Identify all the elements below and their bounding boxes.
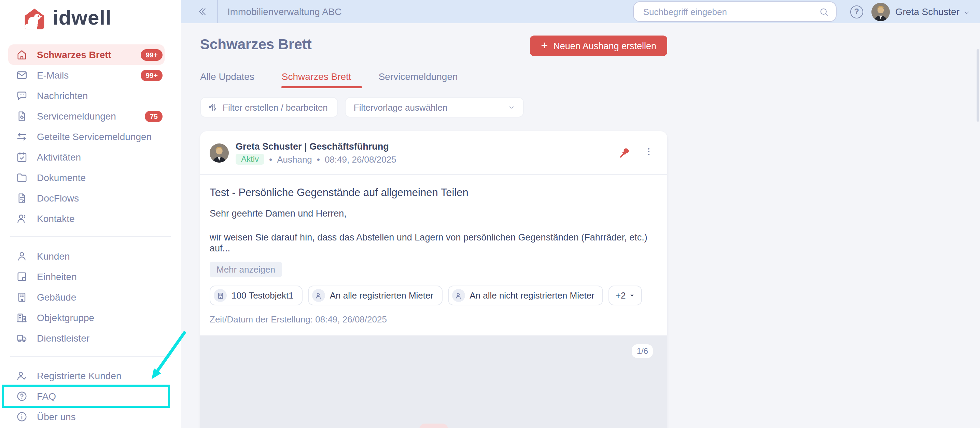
sidebar-item-label: Kunden — [37, 251, 70, 262]
author-avatar — [210, 143, 229, 162]
notification-badge: 99+ — [141, 49, 162, 60]
pdf-icon[interactable]: PDF — [419, 423, 448, 428]
chevron-down-icon[interactable] — [963, 8, 970, 16]
chevron-down-icon — [508, 104, 515, 111]
separator: • — [269, 154, 272, 164]
sidebar-item-label: Dokumente — [37, 172, 86, 183]
person-icon — [452, 289, 465, 302]
sidebar-item-nachrichten[interactable]: Nachrichten — [8, 85, 165, 106]
sidebar-item-label: Servicemeldungen — [37, 111, 116, 122]
sidebar-item-dokumente[interactable]: Dokumente — [8, 167, 165, 188]
contacts-icon — [16, 212, 28, 225]
search-box[interactable] — [633, 2, 837, 22]
sidebar-item-label: Über uns — [37, 411, 76, 422]
tab-schwarzes-brett[interactable]: Schwarzes Brett — [282, 71, 362, 88]
post-tag[interactable]: An alle registrierten Mieter — [308, 286, 442, 305]
post-tag[interactable]: An alle nicht registrierten Mieter — [448, 286, 603, 305]
brand-logo[interactable]: idwell — [0, 0, 181, 38]
sidebar-item-label: Nachrichten — [37, 90, 88, 101]
sidebar-divider — [10, 356, 171, 356]
post-timestamp: 08:49, 26/08/2025 — [325, 154, 396, 164]
service-doc-icon — [16, 110, 28, 122]
create-aushang-button[interactable]: + Neuen Aushang erstellen — [530, 35, 667, 56]
sidebar-item-kontakte[interactable]: Kontakte — [8, 208, 165, 229]
tab-servicemeldungen[interactable]: Servicemeldungen — [379, 71, 469, 88]
post-tag-label: An alle registrierten Mieter — [330, 290, 433, 301]
sidebar-item-docflows[interactable]: DocFlows — [8, 188, 165, 208]
page-title: Schwarzes Brett — [200, 35, 312, 53]
sidebar-nav: Schwarzes Brett99+E-Mails99+NachrichtenS… — [0, 38, 181, 427]
sidebar-item-servicemeldungen[interactable]: Servicemeldungen75 — [8, 106, 165, 126]
pin-icon[interactable] — [617, 146, 632, 160]
sidebar-item-label: Objektgruppe — [37, 312, 94, 323]
sidebar-item-geteilte-servicemeldungen[interactable]: Geteilte Servicemeldungen — [8, 126, 165, 147]
sidebar-item-emails[interactable]: E-Mails99+ — [8, 65, 165, 85]
sidebar-item-kunden[interactable]: Kunden — [8, 246, 165, 266]
share-arrows-icon — [16, 130, 28, 143]
truck-icon — [16, 332, 28, 344]
post-title: Test - Persönliche Gegenstände auf allge… — [210, 186, 658, 199]
building-icon — [16, 291, 28, 303]
person-icon — [312, 289, 325, 302]
post-tag[interactable]: 100 Testobjekt1 — [210, 286, 302, 305]
collapse-sidebar-icon[interactable] — [197, 6, 208, 17]
sidebar-item-schwarzes-brett[interactable]: Schwarzes Brett99+ — [8, 45, 165, 65]
sidebar-item-label: Dienstleister — [37, 333, 89, 344]
chat-icon — [16, 89, 28, 102]
building-icon — [214, 289, 227, 302]
home-icon — [16, 48, 28, 61]
user-name[interactable]: Greta Schuster — [895, 6, 959, 17]
search-input[interactable] — [642, 6, 819, 18]
info-circle-icon — [16, 410, 28, 423]
sidebar-item-aktivitaeten[interactable]: Aktivitäten — [8, 147, 165, 167]
more-tags-chip[interactable]: +2 — [609, 286, 642, 305]
create-aushang-label: Neuen Aushang erstellen — [553, 41, 656, 51]
company-name: Immobilienverwaltung ABC — [228, 6, 342, 17]
sidebar-item-faq[interactable]: FAQ — [8, 386, 165, 406]
post-body-line: Sehr geehrte Damen und Herren, — [210, 208, 658, 219]
sidebar-item-einheiten[interactable]: Einheiten — [8, 266, 165, 287]
filter-row: Filter erstellen / bearbeiten Filtervorl… — [200, 97, 980, 118]
tab-alle-updates[interactable]: Alle Updates — [200, 71, 265, 88]
sidebar-item-registrierte-kunden[interactable]: Registrierte Kunden — [8, 366, 165, 386]
filter-icon — [208, 102, 217, 112]
more-tags-label: +2 — [616, 290, 626, 301]
sidebar-item-label: Einheiten — [37, 271, 77, 282]
post-type: Aushang — [277, 154, 312, 164]
notification-badge: 75 — [145, 110, 162, 122]
calendar-check-icon — [16, 151, 28, 163]
filter-create-button[interactable]: Filter erstellen / bearbeiten — [200, 97, 338, 118]
help-icon[interactable]: ? — [850, 5, 863, 18]
filter-template-select[interactable]: Filtervorlage auswählen — [345, 97, 524, 118]
user-avatar[interactable] — [872, 2, 890, 21]
doc-scissors-icon — [16, 192, 28, 204]
tabs: Alle UpdatesSchwarzes BrettServicemeldun… — [200, 71, 980, 88]
sidebar-item-label: DocFlows — [37, 193, 79, 204]
sidebar-item-label: Registrierte Kunden — [37, 370, 122, 381]
brand-name: idwell — [52, 7, 112, 30]
show-more-button[interactable]: Mehr anzeigen — [210, 262, 282, 277]
sidebar-item-label: Kontakte — [37, 213, 75, 224]
sidebar-item-objektgruppe[interactable]: Objektgruppe — [8, 307, 165, 328]
sidebar-item-gebaeude[interactable]: Gebäude — [8, 287, 165, 307]
post-card: Greta Schuster | Geschäftsführung Aktiv … — [200, 131, 667, 428]
post-card-body: Test - Persönliche Gegenstände auf allge… — [200, 175, 667, 325]
person-check-icon — [16, 369, 28, 382]
filter-template-placeholder: Filtervorlage auswählen — [354, 102, 448, 112]
sidebar-item-dienstleister[interactable]: Dienstleister — [8, 328, 165, 348]
sidebar-item-label: Aktivitäten — [37, 152, 81, 162]
post-author: Greta Schuster | Geschäftsführung — [235, 142, 396, 152]
kebab-menu-icon[interactable] — [644, 147, 654, 159]
notification-badge: 99+ — [141, 69, 162, 81]
person-icon — [16, 250, 28, 263]
sidebar-divider — [10, 236, 171, 237]
post-media[interactable]: 1/6 PDF — [200, 336, 667, 428]
search-icon — [819, 6, 829, 17]
post-tags: 100 Testobjekt1An alle registrierten Mie… — [210, 286, 658, 305]
sidebar-item-label: E-Mails — [37, 70, 68, 81]
plus-icon: + — [541, 39, 548, 51]
sidebar-item-ueber-uns[interactable]: Über uns — [8, 406, 165, 427]
scrollbar[interactable] — [977, 49, 979, 122]
separator: • — [317, 154, 320, 164]
post-tag-label: 100 Testobjekt1 — [232, 290, 294, 301]
